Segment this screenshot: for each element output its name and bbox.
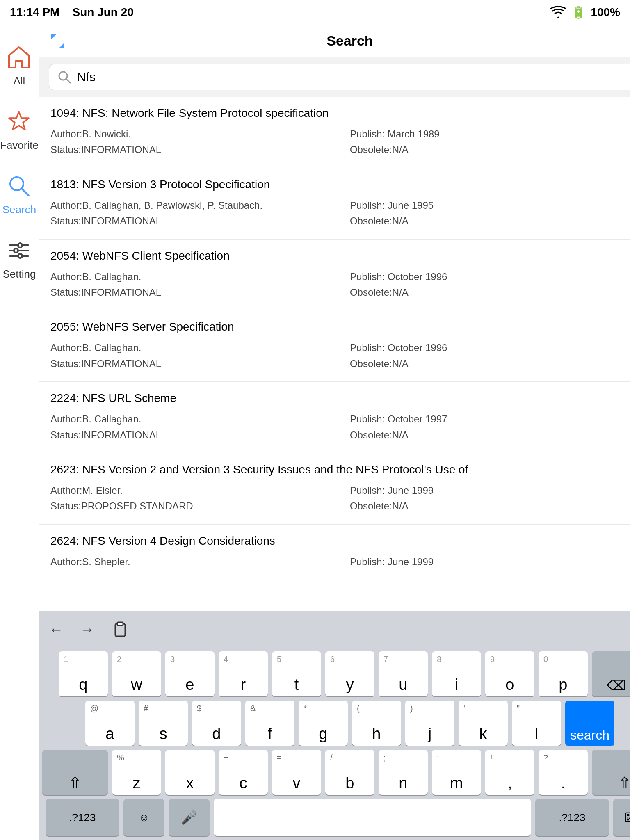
result-author: Author:B. Callaghan. [50,411,350,427]
key-comma[interactable]: !, [485,750,534,795]
key-p[interactable]: 0p [539,651,588,696]
undo-button[interactable]: ← [49,621,64,638]
status-bar: 11:14 PM Sun Jun 20 🔋 100% [0,0,630,25]
key-keyboard-dismiss[interactable]: ⌨ [613,799,630,836]
result-obsolete: Obsolete:N/A [350,356,630,372]
result-item-7[interactable]: 2624: NFS Version 4 Design Consideration… [39,525,630,580]
svg-line-12 [66,79,70,83]
key-i[interactable]: 8i [432,651,481,696]
status-time: 11:14 PM Sun Jun 20 [10,6,134,19]
result-item-4[interactable]: 2055: WebNFS Server Specification Author… [39,310,630,382]
sidebar-item-search[interactable]: Search [0,162,39,226]
result-status: Status:INFORMATIONAL [50,142,350,158]
search-bar-container [39,57,630,97]
sidebar-item-favorite[interactable]: Favorite [0,97,39,162]
key-space[interactable] [214,799,531,836]
result-meta: Author:B. Callaghan. Status:INFORMATIONA… [50,340,630,372]
key-c[interactable]: +c [219,750,268,795]
key-s[interactable]: #s [139,701,188,746]
key-o[interactable]: 9o [485,651,534,696]
key-k[interactable]: 'k [459,701,508,746]
key-a[interactable]: @a [85,701,135,746]
key-j[interactable]: )j [405,701,454,746]
keyboard-row-3: ⇧ %z -x +c =v /b ;n :m !, ?. ⇧ [42,750,630,795]
key-b[interactable]: /b [325,750,374,795]
expand-icon[interactable] [49,32,67,50]
result-meta-left: Author:B. Nowicki. Status:INFORMATIONAL [50,126,350,158]
key-x[interactable]: -x [165,750,215,795]
svg-line-1 [21,188,29,196]
key-f[interactable]: &f [245,701,294,746]
result-meta-right: Publish: October 1997 Obsolete:N/A [350,411,630,443]
content-header: Search [39,25,630,57]
result-meta-right: Publish: October 1996 Obsolete:N/A [350,269,630,301]
result-status: Status:PROPOSED STANDARD [50,498,350,514]
result-item-2[interactable]: 1813: NFS Version 3 Protocol Specificati… [39,168,630,240]
key-g[interactable]: *g [299,701,348,746]
star-icon [5,107,34,136]
result-meta-left: Author:B. Callaghan. Status:INFORMATIONA… [50,269,350,301]
results-list: 1094: NFS: Network File System Protocol … [39,97,630,611]
home-icon [5,43,34,71]
result-publish: Publish: March 1989 [350,126,630,142]
key-symbols-left[interactable]: .?123 [46,799,119,836]
key-z[interactable]: %z [112,750,161,795]
key-d[interactable]: $d [192,701,241,746]
key-l[interactable]: "l [512,701,561,746]
key-e[interactable]: 3e [165,651,215,696]
result-author: Author:M. Eisler. [50,483,350,498]
result-status: Status:INFORMATIONAL [50,285,350,300]
result-item-5[interactable]: 2224: NFS URL Scheme Author:B. Callaghan… [39,382,630,453]
redo-button[interactable]: → [80,621,95,638]
clipboard-button[interactable] [111,621,129,639]
page-title: Search [326,33,373,49]
key-u[interactable]: 7u [379,651,428,696]
sidebar-item-setting[interactable]: Setting [0,226,39,290]
result-item-1[interactable]: 1094: NFS: Network File System Protocol … [39,97,630,168]
key-r[interactable]: 4r [219,651,268,696]
settings-icon [5,236,34,265]
result-title: 2624: NFS Version 4 Design Consideration… [50,534,630,548]
key-h[interactable]: (h [352,701,401,746]
result-obsolete: Obsolete:N/A [350,213,630,229]
battery-icon: 🔋 [571,6,586,19]
result-meta-right: Publish: June 1999 [350,554,630,570]
sidebar-item-all[interactable]: All [0,33,39,97]
key-symbols-right[interactable]: .?123 [535,799,609,836]
result-meta-left: Author:B. Callaghan. Status:INFORMATIONA… [50,411,350,443]
key-mic[interactable]: 🎤 [169,799,210,836]
key-q[interactable]: 1q [59,651,108,696]
date-display: Sun Jun 20 [73,6,134,18]
search-input[interactable] [77,70,623,84]
result-obsolete: Obsolete:N/A [350,498,630,514]
app-container: All Favorite Search [0,25,630,840]
result-meta-left: Author:M. Eisler. Status:PROPOSED STANDA… [50,483,350,514]
key-t[interactable]: 5t [272,651,321,696]
key-v[interactable]: =v [272,750,321,795]
result-author: Author:B. Callaghan, B. Pawlowski, P. St… [50,198,350,213]
result-meta-right: Publish: March 1989 Obsolete:N/A [350,126,630,158]
result-meta: Author:B. Callaghan. Status:INFORMATIONA… [50,411,630,443]
result-title: 2055: WebNFS Server Specification [50,320,630,333]
result-publish: Publish: June 1995 [350,198,630,213]
result-publish: Publish: June 1999 [350,554,630,570]
result-meta: Author:M. Eisler. Status:PROPOSED STANDA… [50,483,630,514]
result-item-6[interactable]: 2623: NFS Version 2 and Version 3 Securi… [39,453,630,525]
key-n[interactable]: ;n [379,750,428,795]
key-emoji[interactable]: ☺ [123,799,164,836]
key-period[interactable]: ?. [539,750,588,795]
key-shift-right[interactable]: ⇧ [592,750,630,795]
search-bar-icon [57,70,71,84]
result-author: Author:S. Shepler. [50,554,350,570]
battery-percent: 100% [591,6,620,19]
key-m[interactable]: :m [432,750,481,795]
key-backspace[interactable]: ⌫ [592,651,630,696]
result-publish: Publish: June 1999 [350,483,630,498]
search-button[interactable]: search [565,701,614,746]
key-shift-left[interactable]: ⇧ [42,750,108,795]
result-publish: Publish: October 1996 [350,269,630,285]
key-y[interactable]: 6y [325,651,374,696]
result-item-3[interactable]: 2054: WebNFS Client Specification Author… [39,240,630,311]
clear-search-button[interactable] [628,70,630,84]
key-w[interactable]: 2w [112,651,161,696]
